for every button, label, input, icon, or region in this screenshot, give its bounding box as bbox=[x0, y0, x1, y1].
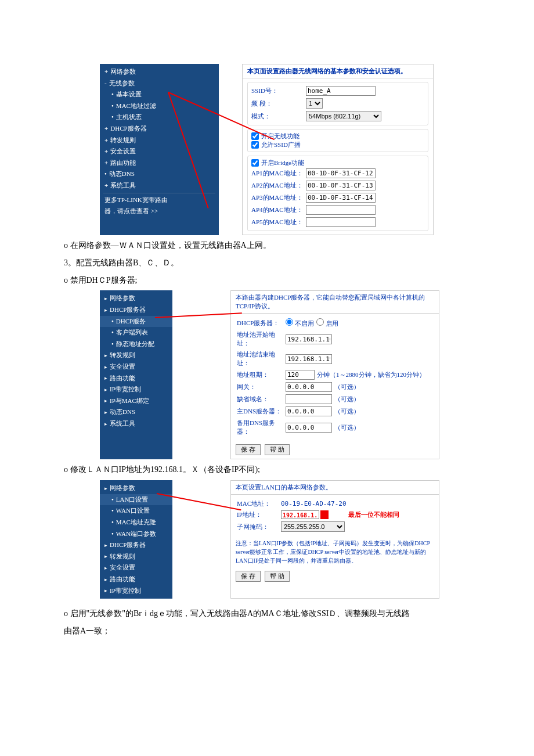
ap-mac-input[interactable] bbox=[306, 205, 376, 215]
sidebar-item[interactable]: 静态地址分配 bbox=[100, 339, 172, 350]
body-text: 由器A一致； bbox=[64, 624, 464, 638]
sidebar-item[interactable]: 路由功能 bbox=[100, 157, 219, 169]
ap-mac-input[interactable] bbox=[306, 193, 376, 203]
dhcp-field-label: 备用DNS服务器： bbox=[237, 419, 283, 436]
ip-note: 最后一位不能相同 bbox=[348, 510, 399, 519]
panel-title: 本路由器内建DHCP服务器，它能自动替您配置局域网中各计算机的TCP/IP协议。 bbox=[231, 291, 439, 314]
sidebar-item[interactable]: 转发规则 bbox=[100, 135, 219, 146]
sidebar-item[interactable]: 主机状态 bbox=[100, 111, 219, 123]
mode-select[interactable]: 54Mbps (802.11g) bbox=[306, 111, 381, 121]
help-button[interactable]: 帮 助 bbox=[265, 444, 290, 455]
ap-mac-input[interactable] bbox=[306, 217, 376, 227]
ip-cursor bbox=[320, 510, 329, 519]
ap-mac-label: AP4的MAC地址： bbox=[251, 206, 304, 214]
sidebar-item[interactable]: 安全设置 bbox=[100, 146, 219, 157]
sidebar-item[interactable]: 网络参数 bbox=[100, 293, 172, 304]
sidebar-item[interactable]: 客户端列表 bbox=[100, 327, 172, 339]
sidebar: 网络参数LAN口设置WAN口设置MAC地址克隆WAN端口参数DHCP服务器转发规… bbox=[100, 480, 172, 599]
sidebar-item[interactable]: IP带宽控制 bbox=[100, 384, 172, 395]
mode-label: 模式： bbox=[251, 112, 304, 121]
mac-value: 00-19-E0-AD-47-20 bbox=[281, 500, 347, 507]
sidebar-item[interactable]: 系统工具 bbox=[100, 418, 172, 430]
figure-dhcp-settings: 网络参数DHCP服务器DHCP服务客户端列表静态地址分配转发规则安全设置路由功能… bbox=[100, 290, 464, 459]
sidebar-item[interactable]: 安全设置 bbox=[100, 361, 172, 373]
ap-mac-input[interactable] bbox=[306, 181, 376, 190]
sidebar-item[interactable]: 安全设置 bbox=[100, 562, 172, 574]
sidebar: 网络参数无线参数基本设置MAC地址过滤主机状态DHCP服务器转发规则安全设置路由… bbox=[100, 64, 219, 235]
dhcp-disable-radio[interactable] bbox=[286, 318, 293, 326]
sidebar-more[interactable]: 器，请点击查看 >> bbox=[100, 206, 219, 217]
channel-label: 频 段： bbox=[251, 99, 304, 108]
sidebar-item[interactable]: LAN口设置 bbox=[100, 494, 172, 506]
lease-input[interactable] bbox=[286, 370, 315, 380]
dhcp-opt-input[interactable] bbox=[286, 423, 332, 433]
body-text: o 启用"无线参数"的Brｉdgｅ功能，写入无线路由器A的MAＣ地址,修改SSI… bbox=[64, 607, 464, 621]
sidebar-item[interactable]: MAC地址克隆 bbox=[100, 517, 172, 528]
mask-label: 子网掩码： bbox=[237, 523, 279, 531]
figure-lan-settings: 网络参数LAN口设置WAN口设置MAC地址克隆WAN端口参数DHCP服务器转发规… bbox=[100, 480, 464, 599]
channel-select[interactable]: 1 bbox=[306, 98, 323, 109]
sidebar-item[interactable]: DHCP服务器 bbox=[100, 304, 172, 316]
sidebar-item[interactable]: WAN口设置 bbox=[100, 505, 172, 517]
sidebar-item[interactable]: 网络参数 bbox=[100, 483, 172, 494]
ap-mac-label: AP1的MAC地址： bbox=[251, 169, 304, 178]
sidebar-item[interactable]: 动态DNS bbox=[100, 406, 172, 418]
dhcp-field-label: 地址池结束地址： bbox=[237, 350, 283, 368]
dhcp-input[interactable] bbox=[286, 334, 332, 344]
ip-label: IP地址： bbox=[237, 510, 279, 519]
allow-ssid-checkbox[interactable] bbox=[251, 141, 259, 149]
sidebar-item[interactable]: WAN端口参数 bbox=[100, 528, 172, 540]
dhcp-field-label: 缺省域名： bbox=[237, 395, 283, 404]
panel-title: 本页设置LAN口的基本网络参数。 bbox=[231, 481, 439, 495]
mac-label: MAC地址： bbox=[237, 499, 279, 508]
body-text: o 禁用DHＣP服务器; bbox=[64, 273, 464, 287]
figure-wireless-settings: 网络参数无线参数基本设置MAC地址过滤主机状态DHCP服务器转发规则安全设置路由… bbox=[100, 64, 464, 235]
ap-mac-label: AP5的MAC地址： bbox=[251, 218, 304, 226]
ssid-input[interactable] bbox=[306, 86, 376, 96]
sidebar-item[interactable]: 路由功能 bbox=[100, 373, 172, 384]
sidebar-item[interactable]: 转发规则 bbox=[100, 350, 172, 361]
dhcp-field-label: DHCP服务器： bbox=[237, 319, 283, 327]
body-text: o 修改ＬＡＮ口IP地址为192.168.1。Ｘ（各设备IP不同); bbox=[64, 463, 464, 477]
sidebar-item[interactable]: 网络参数 bbox=[100, 66, 219, 78]
dhcp-field-label: 主DNS服务器： bbox=[237, 407, 283, 416]
sidebar-item[interactable]: 转发规则 bbox=[100, 551, 172, 563]
lan-note: 注意：当LAN口IP参数（包括IP地址、子网掩码）发生变更时，为确保DHCP s… bbox=[231, 537, 439, 567]
panel-wireless: 本页面设置路由器无线网络的基本参数和安全认证选项。 SSID号： 频 段：1 模… bbox=[242, 64, 434, 235]
dhcp-opt-input[interactable] bbox=[286, 394, 332, 404]
dhcp-field-label: 地址池开始地址： bbox=[237, 330, 283, 348]
panel-dhcp: 本路由器内建DHCP服务器，它能自动替您配置局域网中各计算机的TCP/IP协议。… bbox=[230, 290, 439, 459]
dhcp-opt-input[interactable] bbox=[286, 382, 332, 392]
help-button[interactable]: 帮 助 bbox=[265, 571, 290, 582]
sidebar-item[interactable]: 基本设置 bbox=[100, 89, 219, 100]
body-text: 3。配置无线路由器B、Ｃ、Ｄ。 bbox=[64, 256, 464, 270]
ssid-label: SSID号： bbox=[251, 87, 304, 95]
panel-title: 本页面设置路由器无线网络的基本参数和安全认证选项。 bbox=[243, 64, 433, 78]
panel-lan: 本页设置LAN口的基本网络参数。 MAC地址：00-19-E0-AD-47-20… bbox=[230, 480, 439, 599]
dhcp-enable-radio[interactable] bbox=[316, 318, 324, 326]
ap-mac-label: AP2的MAC地址： bbox=[251, 181, 304, 190]
mask-select[interactable]: 255.255.255.0 bbox=[281, 521, 345, 532]
sidebar-item[interactable]: 动态DNS bbox=[100, 168, 219, 180]
sidebar-item[interactable]: DHCP服务器 bbox=[100, 539, 172, 551]
enable-wireless-checkbox[interactable] bbox=[251, 132, 259, 140]
dhcp-field-label: 地址租期： bbox=[237, 370, 283, 379]
sidebar-item[interactable]: IP与MAC绑定 bbox=[100, 395, 172, 407]
save-button[interactable]: 保 存 bbox=[236, 444, 261, 455]
dhcp-field-label: 网关： bbox=[237, 383, 283, 391]
ap-mac-input[interactable] bbox=[306, 168, 376, 178]
sidebar-more[interactable]: 更多TP-LINK宽带路由 bbox=[100, 195, 219, 206]
ip-input[interactable]: 192.168.1. bbox=[281, 510, 319, 519]
sidebar-item[interactable]: 路由功能 bbox=[100, 574, 172, 585]
dhcp-opt-input[interactable] bbox=[286, 406, 332, 416]
save-button[interactable]: 保 存 bbox=[236, 571, 261, 582]
sidebar-item[interactable]: IP带宽控制 bbox=[100, 585, 172, 597]
enable-bridge-checkbox[interactable] bbox=[251, 159, 259, 167]
sidebar: 网络参数DHCP服务器DHCP服务客户端列表静态地址分配转发规则安全设置路由功能… bbox=[100, 290, 172, 459]
sidebar-item[interactable]: DHCP服务器 bbox=[100, 123, 219, 135]
ap-mac-label: AP3的MAC地址： bbox=[251, 193, 304, 202]
dhcp-input[interactable] bbox=[286, 354, 332, 364]
body-text: o 在网络参数—ＷＡＮ口设置处，设置无线路由器A上网。 bbox=[64, 239, 464, 253]
sidebar-item[interactable]: 无线参数 bbox=[100, 78, 219, 89]
